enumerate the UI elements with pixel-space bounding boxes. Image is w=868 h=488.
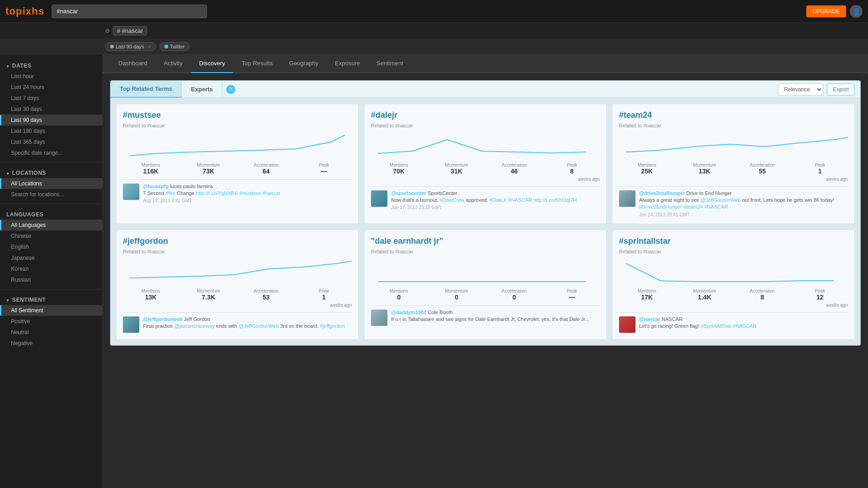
sidebar-item-last-30[interactable]: Last 30 days	[0, 104, 102, 115]
search-label: ⚙ # #nascar	[105, 26, 147, 36]
stat-mentions-label: Mentions	[123, 163, 179, 168]
card-team24-tweet: @drive2endhunger Drive to End Hunger Alw…	[619, 186, 848, 217]
card-jeffgordon-subtitle: Related to #nascar	[123, 249, 352, 254]
stat-momentum-value: 7.3K	[180, 294, 236, 301]
export-button[interactable]: Export	[827, 84, 855, 95]
sidebar-item-russian[interactable]: Russian	[0, 274, 102, 285]
sidebar-locations-header: ● Locations	[0, 166, 102, 178]
tweet-avatar	[371, 190, 387, 207]
stat-peak-label: Peak	[792, 289, 848, 294]
twitter-filter-chip[interactable]: Twitter	[159, 42, 190, 51]
user-avatar[interactable]: 👤	[850, 5, 863, 18]
stat-acceleration-label: Acceleration	[238, 163, 294, 168]
sidebar-item-neutral[interactable]: Neutral	[0, 327, 102, 338]
card-dalejr: #dalejr Related to #nascar Mentions 70K	[364, 104, 607, 224]
sidebar-divider-2	[0, 204, 102, 204]
stat-momentum-label: Momentum	[677, 289, 732, 294]
sidebar-item-search-locations[interactable]: Search for locations...	[0, 189, 102, 200]
header: topixhs UPGRADE 👤	[0, 0, 868, 23]
weeks-ago-label: weeks ago	[792, 303, 848, 308]
card-sprintallstar-subtitle: Related to #nascar	[619, 249, 848, 254]
tweet-user: @jeffgordonweb Jeff Gordon	[143, 316, 352, 322]
sidebar-languages-header: Languages	[0, 208, 102, 220]
relevance-select[interactable]: Relevance Mentions Momentum	[778, 84, 823, 95]
card-daleearnhardtjr-title: "dale earnhardt jr"	[371, 236, 600, 246]
sidebar-item-last-90[interactable]: Last 90 days	[0, 115, 102, 126]
stat-momentum-value: 31K	[429, 168, 484, 175]
stat-peak-value: 8	[544, 168, 600, 175]
stat-peak-value: 1	[296, 294, 352, 301]
sidebar-item-chinese[interactable]: Chinese	[0, 231, 102, 241]
stat-mentions-value: 13K	[123, 294, 179, 301]
tab-top-results[interactable]: Top Results	[233, 54, 281, 73]
subheader: ⚙ # #nascar	[0, 23, 868, 39]
header-right: UPGRADE 👤	[806, 5, 863, 18]
sidebar-item-last-365[interactable]: Last 365 days	[0, 136, 102, 147]
sidebar-item-korean[interactable]: Korean	[0, 263, 102, 274]
content-area: Top Related Terms Experts ? Relevance Me…	[103, 73, 868, 353]
stat-momentum-label: Momentum	[180, 163, 236, 168]
tweet-text: Now that's a burnout. #DawCrew approved.…	[391, 197, 600, 204]
sidebar-item-all-languages[interactable]: All Languages	[0, 220, 102, 231]
tweet-name: Jeff Gordon	[184, 316, 210, 322]
stat-peak-value: —	[544, 294, 600, 301]
info-icon[interactable]: ?	[226, 85, 235, 94]
sidebar-item-date-range[interactable]: Specific date range...	[0, 147, 102, 158]
sentiment-label: Sentiment	[12, 297, 46, 303]
tab-geography[interactable]: Geography	[281, 54, 327, 73]
upgrade-button[interactable]: UPGRADE	[806, 5, 846, 17]
sidebar-item-japanese[interactable]: Japanese	[0, 252, 102, 263]
sidebar-divider-1	[0, 162, 102, 163]
stat-momentum-value: 13K	[677, 168, 732, 175]
cards-grid: #mustsee Related to #nascar Mentions 116…	[110, 98, 861, 346]
tab-sentiment[interactable]: Sentiment	[368, 54, 412, 73]
weeks-ago-label: weeks ago	[792, 177, 848, 182]
stat-acceleration-label: Acceleration	[487, 289, 542, 294]
stat-acceleration-value: 46	[487, 168, 542, 175]
sidebar-item-all-sentiment[interactable]: All Sentiment	[0, 305, 102, 316]
search-input[interactable]	[52, 5, 207, 18]
card-daleearnhardtjr: "dale earnhardt jr" Related to #nascar M…	[364, 230, 607, 340]
stat-momentum-value: 0	[429, 294, 484, 301]
stat-peak-label: Peak	[792, 163, 848, 168]
card-dalejr-subtitle: Related to #nascar	[371, 123, 600, 128]
card-daleearnhardtjr-subtitle: Related to #nascar	[371, 249, 600, 254]
sidebar-item-last-180[interactable]: Last 180 days	[0, 126, 102, 136]
tab-activity[interactable]: Activity	[156, 54, 191, 73]
sub-tab-top-related-terms[interactable]: Top Related Terms	[111, 81, 182, 98]
main-content: Dashboard Activity Discovery Top Results…	[103, 54, 868, 488]
date-filter-chip[interactable]: Last 90 days ×	[105, 42, 156, 51]
tab-exposure[interactable]: Exposure	[327, 54, 368, 73]
tweet-avatar	[123, 316, 139, 333]
card-mustsee-subtitle: Related to #nascar	[123, 123, 352, 128]
tweet-name: Drive to End Hunger	[686, 190, 732, 196]
sidebar-item-last-hour[interactable]: Last hour	[0, 71, 102, 82]
tab-discovery[interactable]: Discovery	[191, 54, 233, 73]
sidebar-item-last-7[interactable]: Last 7 days	[0, 93, 102, 104]
stat-acceleration-value: 53	[238, 294, 294, 301]
sidebar-item-all-locations[interactable]: All Locations	[0, 178, 102, 189]
tweet-handle: @sportscenter	[391, 190, 426, 196]
stat-acceleration-label: Acceleration	[487, 163, 542, 168]
tweet-body: @jeffgordonweb Jeff Gordon Final practic…	[143, 316, 352, 333]
sub-tab-experts[interactable]: Experts	[182, 81, 222, 97]
sidebar-item-negative[interactable]: Negative	[0, 338, 102, 349]
tweet-avatar	[371, 310, 387, 326]
card-mustsee: #mustsee Related to #nascar Mentions 116…	[116, 104, 359, 224]
card-jeffgordon: #jeffgordon Related to #nascar Mentions …	[116, 230, 359, 340]
stat-mentions-label: Mentions	[123, 289, 179, 294]
sidebar-item-positive[interactable]: Positive	[0, 316, 102, 327]
tweet-time: Aug 16, 2013 3:32 GMT	[143, 198, 352, 203]
stat-mentions-value: 0	[371, 294, 427, 301]
tab-dashboard[interactable]: Dashboard	[110, 54, 156, 73]
card-mustsee-tweet: @lucaspfg lucas paulo farreira 7 Second …	[123, 179, 352, 203]
sidebar-item-last-24[interactable]: Last 24 hours	[0, 82, 102, 93]
layout: ● Dates Last hour Last 24 hours Last 7 d…	[0, 54, 868, 488]
sidebar-item-english[interactable]: English	[0, 241, 102, 252]
card-mustsee-title: #mustsee	[123, 110, 352, 120]
card-daleearnhardtjr-tweet: @daddym1983 Cole Booth If u r in Tallaha…	[371, 305, 600, 326]
weeks-ago-label: weeks ago	[544, 177, 600, 182]
tweet-time: Jun 24, 2013 20:41 GMT	[639, 212, 848, 217]
date-filter-close[interactable]: ×	[148, 44, 150, 49]
stat-acceleration-label: Acceleration	[735, 289, 790, 294]
